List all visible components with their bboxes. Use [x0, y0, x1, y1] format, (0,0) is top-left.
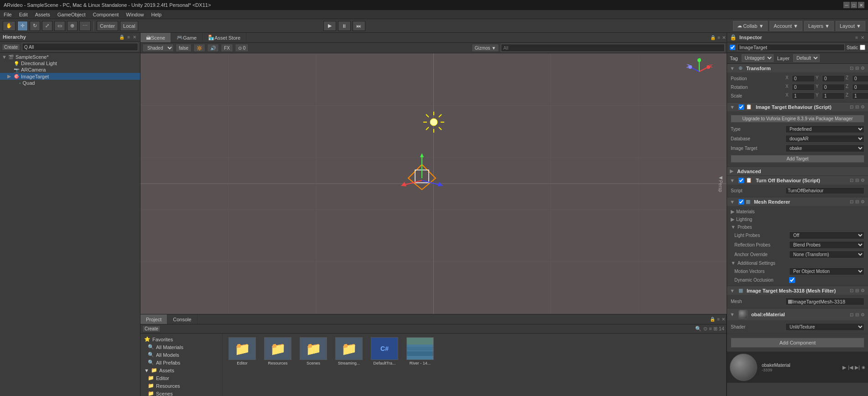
menu-file[interactable]: File [0, 10, 16, 19]
static-checkbox[interactable] [860, 45, 865, 50]
hierarchy-menu[interactable]: ≡ [126, 35, 131, 40]
imagetarget-behaviour-header[interactable]: ▼ 📋 Image Target Behaviour (Script) ⊡ ⊟ … [727, 103, 868, 111]
project-lock[interactable]: 🔒 [709, 317, 716, 322]
asset-defaulttra[interactable]: C# DefaultTra... [369, 337, 400, 365]
scene-panel-menu[interactable]: ≡ [717, 35, 721, 40]
turnoff-header[interactable]: ▼ 📋 Turn Off Behaviour (Script) ⊡ ⊟ ⚙ [727, 176, 868, 185]
mat-copy-icon[interactable]: ⊡ [849, 312, 854, 317]
rotation-z[interactable] [852, 84, 868, 91]
tob-copy-icon[interactable]: ⊡ [849, 178, 854, 183]
rotation-y[interactable] [822, 84, 845, 91]
upgrade-vuforia-btn[interactable]: Upgrade to Vuforia Engine 8.3.9 via Pack… [731, 115, 864, 123]
gizmos-btn[interactable]: Gizmos ▼ [472, 44, 499, 52]
database-select[interactable]: dougaAR [785, 135, 864, 143]
lighting-section[interactable]: ▶Lighting [731, 216, 864, 223]
shader-select[interactable]: Unlit/Texture [785, 323, 864, 331]
space-button[interactable]: Local [120, 21, 138, 31]
layer-select[interactable]: Default [793, 54, 820, 62]
transform-copy-icon[interactable]: ⊡ [849, 66, 854, 71]
add-target-btn[interactable]: Add Target [731, 155, 864, 163]
project-menu[interactable]: ≡ [716, 317, 721, 322]
tool-scale[interactable]: ⤢ [42, 21, 52, 31]
scene-panel-close[interactable]: ✕ [721, 35, 727, 40]
materials-section[interactable]: ▶Materials [731, 208, 864, 216]
project-close[interactable]: ✕ [721, 317, 726, 322]
advanced-header[interactable]: ▶ Advanced [727, 167, 868, 175]
tob-paste-icon[interactable]: ⊟ [855, 178, 859, 183]
dynamicocclusion-checkbox[interactable] [789, 277, 795, 283]
scale-z[interactable] [852, 93, 868, 99]
mat-paste-icon[interactable]: ⊟ [855, 312, 859, 317]
turnoff-active[interactable] [738, 178, 744, 183]
add-component-button[interactable]: Add Component [731, 338, 864, 348]
hierarchy-item-imagetarget[interactable]: ▶ 🎯 ImageTarget [0, 73, 140, 80]
video-prev-btn[interactable]: |◀ [848, 365, 853, 370]
asset-resources[interactable]: 📁 Resources [262, 337, 294, 365]
hierarchy-create-btn[interactable]: Create [2, 44, 20, 51]
mat-gear-icon[interactable]: ⚙ [860, 312, 865, 317]
meshrenderer-active[interactable] [738, 199, 744, 205]
tab-project[interactable]: Project [140, 314, 167, 324]
fx-toggle[interactable]: FX [221, 44, 233, 52]
account-button[interactable]: Account ▼ [769, 21, 802, 31]
scene-count[interactable]: ⊙ 0 [235, 44, 249, 52]
meshfilter-header[interactable]: ▼ ▦ Image Target Mesh-3318 (Mesh Filter)… [727, 286, 868, 295]
mr-gear-icon[interactable]: ⚙ [860, 199, 865, 204]
position-y[interactable] [822, 75, 845, 82]
itb-paste-icon[interactable]: ⊟ [855, 104, 859, 109]
scene-panel-lock[interactable]: 🔒 [709, 35, 717, 40]
shading-mode-select[interactable]: Shaded [142, 44, 174, 52]
all-prefabs-item[interactable]: 🔍All Prefabs [140, 359, 222, 366]
imagetarget-active[interactable] [738, 104, 744, 110]
rotation-x[interactable] [792, 84, 815, 91]
audio-toggle[interactable]: 🔊 [207, 44, 219, 52]
mf-paste-icon[interactable]: ⊟ [855, 288, 859, 293]
object-active-checkbox[interactable] [730, 45, 735, 50]
hierarchy-item-samplescene[interactable]: ▼ 🎬 SampleScene* [0, 54, 140, 60]
mr-copy-icon[interactable]: ⊡ [849, 199, 854, 204]
mf-copy-icon[interactable]: ⊡ [849, 288, 854, 293]
hierarchy-close[interactable]: ✕ [132, 35, 137, 40]
menu-assets[interactable]: Assets [31, 10, 54, 19]
asset-streaming[interactable]: 📁 Streaming... [333, 337, 365, 365]
maximize-button[interactable]: □ [851, 2, 857, 8]
proj-resources[interactable]: 📁Resources [140, 382, 222, 390]
tool-move[interactable]: ✛ [17, 21, 28, 31]
inspector-close-btn[interactable]: ✕ [860, 35, 865, 40]
hierarchy-item-quad[interactable]: ▫ Quad [0, 80, 140, 86]
asset-scenes[interactable]: 📁 Scenes [297, 337, 329, 365]
2d-toggle[interactable]: false [176, 44, 192, 52]
motionvectors-select[interactable]: Per Object Motion [789, 267, 864, 275]
scene-viewport[interactable]: ◀Persp X Y Z [140, 53, 727, 314]
lightprobes-select[interactable]: Off [789, 231, 864, 239]
hierarchy-search[interactable] [22, 43, 138, 51]
tab-scene[interactable]: 🏔 Scene [140, 33, 171, 42]
tool-hand[interactable]: ✋ [3, 21, 16, 31]
inspector-tab-menu[interactable]: ≡ [854, 35, 859, 40]
all-models-item[interactable]: 🔍All Models [140, 351, 222, 359]
meshrenderer-header[interactable]: ▼ ▦ Mesh Renderer ⊡ ⊟ ⚙ [727, 197, 868, 206]
material-header[interactable]: ▼ obal:eMaterial ⊡ ⊟ ⚙ [727, 309, 868, 320]
hierarchy-lock[interactable]: 🔒 [118, 35, 125, 40]
menu-edit[interactable]: Edit [16, 10, 31, 19]
itb-gear-icon[interactable]: ⚙ [860, 104, 865, 109]
pause-button[interactable]: ⏸ [338, 21, 351, 31]
object-name-input[interactable] [737, 44, 845, 51]
itb-copy-icon[interactable]: ⊡ [849, 104, 854, 109]
hierarchy-item-directionallight[interactable]: 💡 Directional Light [0, 60, 140, 67]
collab-button[interactable]: ☁ Collab ▼ [733, 21, 768, 31]
tab-game[interactable]: 🎮 Game [171, 33, 203, 42]
video-play-btn[interactable]: ▶ [842, 365, 846, 370]
tab-console[interactable]: Console [167, 314, 197, 324]
scale-y[interactable] [822, 93, 845, 99]
proj-scenes[interactable]: 📁Scenes [140, 390, 222, 396]
transform-gear-icon[interactable]: ⚙ [860, 66, 865, 71]
menu-window[interactable]: Window [122, 10, 147, 19]
scale-x[interactable] [792, 93, 815, 99]
probes-section[interactable]: ▼Probes [731, 223, 864, 231]
imagetarget-select[interactable]: obake [785, 144, 864, 152]
tob-gear-icon[interactable]: ⚙ [860, 178, 865, 183]
transform-header[interactable]: ▼ ⊕ Transform ⊡ ⊟ ⚙ [727, 64, 868, 72]
tool-rect[interactable]: ▭ [54, 21, 65, 31]
step-button[interactable]: ⏭ [353, 21, 365, 31]
